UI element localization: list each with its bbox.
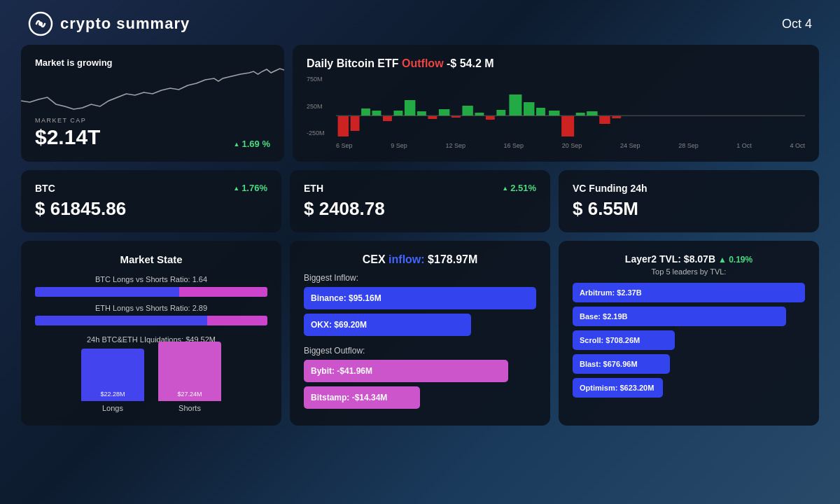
- svg-rect-25: [599, 115, 610, 124]
- svg-rect-22: [561, 115, 574, 136]
- btc-ratio-label: BTC Longs vs Shorts Ratio: 1.64: [35, 275, 267, 284]
- etf-baseline: [336, 115, 805, 116]
- etf-bar-svg: [336, 76, 805, 136]
- liq-short-name: Shorts: [178, 404, 201, 412]
- liq-short-bar: $27.24M: [158, 342, 221, 401]
- btc-price: $ 61845.86: [35, 198, 267, 220]
- svg-rect-14: [462, 106, 472, 115]
- row3: Market State BTC Longs vs Shorts Ratio: …: [21, 241, 819, 426]
- cex-okx-bar: OKX: $69.20M: [304, 314, 471, 336]
- cex-bitstamp-bar: Bitstamp: -$14.34M: [304, 386, 420, 409]
- l2-blast-bar: Blast: $676.96M: [573, 354, 670, 374]
- layer2-change: ▲: [718, 255, 729, 265]
- svg-rect-15: [475, 113, 484, 115]
- btc-ratio-bar: [35, 287, 267, 297]
- market-state-card: Market State BTC Longs vs Shorts Ratio: …: [21, 241, 281, 426]
- cex-bybit-label: Bybit: -$41.96M: [311, 366, 372, 376]
- market-state-title: Market State: [35, 253, 267, 265]
- liq-short-val: $27.24M: [158, 391, 221, 398]
- cex-binance-label: Binance: $95.16M: [311, 293, 382, 303]
- market-cap-value: $2.14T: [35, 125, 100, 149]
- l2-base-row: Base: $2.19B: [573, 307, 805, 326]
- l2-scroll-row: Scroll: $708.26M: [573, 330, 805, 350]
- liq-long-wrap: $22.28M Longs: [81, 349, 144, 412]
- layer2-subtitle: Top 5 leaders by TVL:: [573, 267, 805, 276]
- liq-short-wrap: $27.24M Shorts: [158, 342, 221, 412]
- layer2-title-row: Layer2 TVL: $8.07B ▲ 0.19%: [573, 253, 805, 265]
- svg-point-1: [38, 22, 43, 26]
- svg-rect-8: [393, 111, 402, 115]
- date-label: Oct 4: [782, 17, 812, 31]
- svg-rect-12: [439, 109, 449, 115]
- layer2-change-val: 0.19%: [729, 255, 752, 265]
- market-change-positive: 1.69 %: [234, 139, 270, 149]
- eth-price: $ 2408.78: [304, 198, 536, 220]
- eth-ratio-bar: [35, 316, 267, 326]
- liq-bars: $22.28M Longs $27.24M Shorts: [35, 349, 267, 412]
- market-cap-label: MARKET CAP: [35, 117, 100, 124]
- l2-optimism-row: Optimism: $623.20M: [573, 378, 805, 398]
- svg-rect-4: [351, 115, 360, 131]
- svg-rect-18: [509, 94, 522, 115]
- etf-flow-label: Outflow: [402, 57, 444, 69]
- cex-bitstamp-row: Bitstamp: -$14.34M: [304, 386, 536, 409]
- svg-rect-21: [549, 111, 559, 115]
- l2-base-bar: Base: $2.19B: [573, 307, 786, 326]
- cex-binance-bar: Binance: $95.16M: [304, 287, 536, 309]
- vc-value: $ 6.55M: [573, 198, 805, 220]
- l2-scroll-bar: Scroll: $708.26M: [573, 330, 675, 350]
- svg-rect-24: [587, 111, 597, 115]
- svg-rect-10: [417, 111, 426, 115]
- market-cap-change: 1.69 %: [234, 139, 270, 149]
- header: crypto summary Oct 4: [0, 0, 840, 45]
- svg-rect-23: [576, 113, 585, 115]
- layer2-title-text: Layer2 TVL: $8.07B: [625, 253, 715, 265]
- main-grid: Market is growing MARKET CAP $2.14T 1.69…: [0, 45, 840, 440]
- etf-title: Daily Bitcoin ETF Outflow -$ 54.2 M: [307, 57, 805, 70]
- cex-bybit-row: Bybit: -$41.96M: [304, 360, 536, 382]
- btc-header-row: BTC 1.76%: [35, 183, 267, 194]
- btc-change: 1.76%: [233, 183, 267, 193]
- biggest-outflow-label: Biggest Outflow:: [304, 346, 536, 356]
- etf-x-axis: 6 Sep 9 Sep 12 Sep 16 Sep 20 Sep 24 Sep …: [336, 142, 805, 149]
- etf-title-text: Daily Bitcoin ETF: [307, 57, 399, 69]
- cex-flow-label: inflow:: [388, 253, 425, 265]
- cex-bybit-bar: Bybit: -$41.96M: [304, 360, 508, 382]
- eth-header-row: ETH 2.51%: [304, 183, 536, 194]
- svg-rect-3: [338, 115, 349, 136]
- btc-label: BTC: [35, 183, 55, 194]
- liq-long-bar: $22.28M: [81, 349, 144, 401]
- svg-rect-19: [524, 102, 534, 115]
- row2: BTC 1.76% $ 61845.86 ETH 2.51% $ 2408.78…: [21, 170, 819, 232]
- svg-rect-5: [361, 108, 370, 115]
- liq-long-name: Longs: [102, 404, 123, 412]
- svg-rect-9: [405, 100, 415, 115]
- btc-short-bar: [179, 287, 267, 297]
- l2-arbitrum-bar: Arbitrum: $2.37B: [573, 283, 805, 302]
- eth-label: ETH: [304, 183, 323, 194]
- eth-short-bar: [207, 316, 267, 326]
- svg-rect-20: [536, 108, 545, 115]
- sparkline-chart: [21, 59, 284, 115]
- cex-card: CEX inflow: $178.97M Biggest Inflow: Bin…: [290, 241, 550, 426]
- eth-ratio-label: ETH Longs vs Shorts Ratio: 2.89: [35, 304, 267, 312]
- market-cap-bottom: MARKET CAP $2.14T: [35, 111, 100, 149]
- etf-flow-value: -$ 54.2 M: [447, 57, 494, 69]
- svg-rect-6: [372, 111, 382, 115]
- biggest-inflow-label: Biggest Inflow:: [304, 273, 536, 283]
- eth-long-bar: [35, 316, 207, 326]
- cex-title-row: CEX inflow: $178.97M: [304, 253, 536, 266]
- logo-text: crypto summary: [60, 15, 190, 33]
- btc-card: BTC 1.76% $ 61845.86: [21, 170, 281, 232]
- btc-long-bar: [35, 287, 179, 297]
- vc-card: VC Funding 24h $ 6.55M: [559, 170, 819, 232]
- eth-change: 2.51%: [502, 183, 536, 193]
- vc-label: VC Funding 24h: [573, 183, 805, 194]
- cex-flow-value: $178.97M: [428, 253, 477, 265]
- liq-label: 24h BTC&ETH LIquidations: $49.52M: [35, 335, 267, 344]
- layer2-card: Layer2 TVL: $8.07B ▲ 0.19% Top 5 leaders…: [559, 241, 819, 426]
- market-cap-card: Market is growing MARKET CAP $2.14T 1.69…: [21, 45, 284, 162]
- l2-arbitrum-row: Arbitrum: $2.37B: [573, 283, 805, 302]
- etf-bars-area: [336, 76, 805, 136]
- svg-rect-17: [496, 110, 505, 115]
